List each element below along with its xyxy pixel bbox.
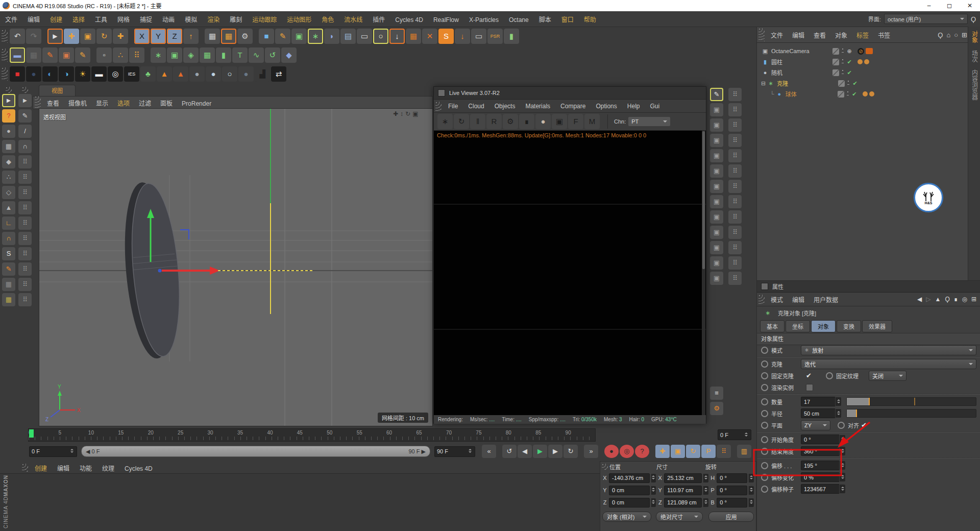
- cubes-icon[interactable]: ▣: [167, 47, 182, 63]
- prev-frame-icon[interactable]: ◀: [518, 445, 532, 458]
- live-viewer-titlebar[interactable]: Live Viewer 3.07-R2: [434, 87, 706, 100]
- count-slider[interactable]: [846, 397, 976, 406]
- lv-scrollbar[interactable]: [702, 131, 705, 415]
- octane-target-light-icon[interactable]: ◎: [108, 66, 123, 82]
- menu-item-角色[interactable]: 角色: [316, 16, 339, 23]
- cluster-icon[interactable]: ∗: [151, 47, 166, 63]
- modeling-cubes-icon[interactable]: ▣: [59, 47, 74, 63]
- side-tab-场次[interactable]: 场次: [970, 50, 979, 62]
- last-tool-icon[interactable]: ✚: [113, 29, 128, 44]
- offset-variation-field[interactable]: 0 %: [801, 472, 840, 482]
- octane-specular-material-icon[interactable]: ◑: [59, 66, 74, 82]
- palette-grid-icon[interactable]: ⠿: [18, 278, 32, 291]
- layer-toggle[interactable]: [838, 80, 845, 87]
- tab-transform[interactable]: 变换: [837, 320, 861, 332]
- maximize-button[interactable]: ◻: [939, 2, 960, 9]
- pointer-tool-icon[interactable]: ►: [18, 94, 32, 107]
- modeling-icon[interactable]: ▣: [710, 134, 723, 147]
- forward-icon[interactable]: ▷: [926, 296, 930, 303]
- restart-render-icon[interactable]: ↻: [454, 114, 469, 129]
- menu-item-创建[interactable]: 创建: [30, 465, 52, 472]
- xparticles-icon[interactable]: ✕: [422, 29, 437, 44]
- axis-x-lock-icon[interactable]: X: [134, 29, 150, 44]
- timeline-ruler[interactable]: 051015202530354045505560657075808590: [28, 428, 596, 442]
- axis-z-lock-icon[interactable]: Z: [167, 29, 182, 44]
- interface-dropdown[interactable]: octane (用户): [884, 14, 968, 24]
- menu-item-标签[interactable]: 标签: [852, 32, 873, 39]
- move-icon[interactable]: ✚: [64, 29, 79, 44]
- menu-item-流水线[interactable]: 流水线: [339, 16, 368, 23]
- pan-view-icon[interactable]: ✚: [393, 110, 398, 117]
- tab-object[interactable]: 对象: [811, 320, 836, 332]
- size-x-field[interactable]: 25.132 cm: [664, 473, 702, 483]
- palette-grid-icon[interactable]: ⠿: [728, 256, 742, 270]
- octane-clap-icon[interactable]: ▦: [406, 29, 421, 44]
- picture-viewer-icon[interactable]: ▭: [471, 29, 486, 44]
- lv-menu-handle[interactable]: [435, 102, 442, 111]
- palette-grid-icon[interactable]: ⠿: [728, 226, 742, 239]
- viewport-canvas[interactable]: Y X Z 透视视图 网格间距 : 10 cm: [39, 108, 433, 426]
- menu-item-书签[interactable]: 书签: [873, 32, 895, 39]
- anim-dot[interactable]: [761, 462, 768, 469]
- close-button[interactable]: ✕: [960, 2, 980, 9]
- search-icon[interactable]: Ϙ: [971, 15, 976, 23]
- menu-item-帮助[interactable]: 帮助: [579, 16, 601, 23]
- visibility-dots[interactable]: [847, 91, 849, 97]
- layer-toggle[interactable]: [832, 48, 839, 55]
- fix-clone-checkbox[interactable]: ✔: [806, 372, 812, 379]
- render-instance-checkbox[interactable]: [806, 384, 813, 391]
- menu-item-动画[interactable]: 动画: [157, 16, 180, 23]
- goto-end-icon[interactable]: »: [584, 445, 598, 458]
- modeling-icon[interactable]: ▣: [710, 180, 723, 193]
- points-mode-icon[interactable]: ∴: [2, 171, 15, 184]
- palette-grid-icon[interactable]: ⠿: [728, 195, 742, 208]
- key-position-icon[interactable]: ✚: [655, 445, 670, 458]
- axis-mode-icon[interactable]: ∟: [2, 216, 15, 230]
- palette-grid-icon[interactable]: ⠿: [18, 216, 32, 230]
- edges-mode-icon[interactable]: ◇: [2, 186, 15, 199]
- menu-item-显示[interactable]: 显示: [91, 100, 113, 107]
- palette-grid-icon[interactable]: ⠿: [728, 210, 742, 224]
- protection-tag-icon[interactable]: ⊘: [857, 48, 864, 55]
- material-ball-grey-icon[interactable]: ●: [189, 66, 205, 82]
- menu-item-RealFlow[interactable]: RealFlow: [428, 16, 464, 23]
- palette-grid-icon[interactable]: ⠿: [728, 103, 742, 116]
- position-mode-dropdown[interactable]: 对象 (相对): [602, 512, 651, 522]
- menu-item-运动图形[interactable]: 运动图形: [282, 16, 316, 23]
- menu-item-选择[interactable]: 选择: [67, 16, 90, 23]
- s-snap-icon[interactable]: S: [2, 247, 15, 260]
- octane-glossy-material-icon[interactable]: ◐: [42, 66, 58, 82]
- pen-spline-icon[interactable]: ✎: [275, 29, 290, 44]
- target-icon[interactable]: ◎: [962, 296, 967, 303]
- toolbar-handle[interactable]: [2, 30, 8, 43]
- menu-item-渲染[interactable]: 渲染: [202, 16, 225, 23]
- menu-item-工具[interactable]: 工具: [90, 16, 112, 23]
- octane-arealight-icon[interactable]: ▬: [91, 66, 107, 82]
- start-angle-stepper[interactable]: [839, 435, 845, 444]
- region-render-icon[interactable]: ▣: [552, 114, 567, 129]
- keyframe-help-icon[interactable]: ?: [635, 445, 649, 458]
- clone-dropdown[interactable]: 迭代: [801, 359, 976, 369]
- subdivision-surface-icon[interactable]: ▣: [291, 29, 307, 44]
- modeling-icon[interactable]: ▣: [710, 118, 723, 132]
- object-row-OctaneCamera[interactable]: ▣OctaneCamera⊕⊘: [757, 46, 968, 56]
- palette-grid-icon[interactable]: ⠿: [18, 155, 32, 168]
- swap-icon[interactable]: ⇄: [271, 66, 286, 82]
- octane-deer-logo[interactable]: H&S: [914, 183, 943, 212]
- search-icon[interactable]: Ϙ: [945, 296, 949, 303]
- menu-item-运动跟踪[interactable]: 运动跟踪: [247, 16, 282, 23]
- filter-eye-icon[interactable]: ○: [954, 31, 958, 39]
- cloner-generator-icon[interactable]: ∗: [308, 29, 323, 44]
- layout-preset-icon[interactable]: ≡: [710, 387, 723, 400]
- octane-diffuse-material-icon[interactable]: ●: [26, 66, 41, 82]
- texture-mode-icon[interactable]: ▦: [2, 140, 15, 153]
- material-picker-icon[interactable]: M: [584, 114, 600, 129]
- menu-item-脚本[interactable]: 脚本: [534, 16, 556, 23]
- point-mode-icon[interactable]: ▫: [96, 47, 112, 63]
- settings-icon[interactable]: ⚙: [503, 114, 518, 129]
- motion-clip-icon[interactable]: ▥: [737, 445, 751, 458]
- current-frame-field[interactable]: 0 F: [29, 446, 77, 457]
- anim-dot[interactable]: [761, 347, 768, 354]
- paint-cubes-icon[interactable]: ✎: [75, 47, 90, 63]
- rotation-b-field[interactable]: 0 °: [717, 498, 747, 508]
